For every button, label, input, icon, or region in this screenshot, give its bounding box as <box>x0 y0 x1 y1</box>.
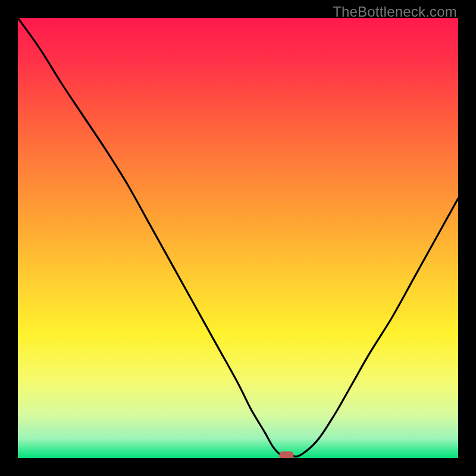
bottleneck-chart <box>18 18 458 458</box>
gradient-background <box>18 18 458 458</box>
chart-frame: TheBottleneck.com <box>0 0 476 476</box>
chart-plot-area <box>18 18 458 458</box>
watermark-text: TheBottleneck.com <box>333 4 457 20</box>
optimal-marker <box>279 452 293 458</box>
